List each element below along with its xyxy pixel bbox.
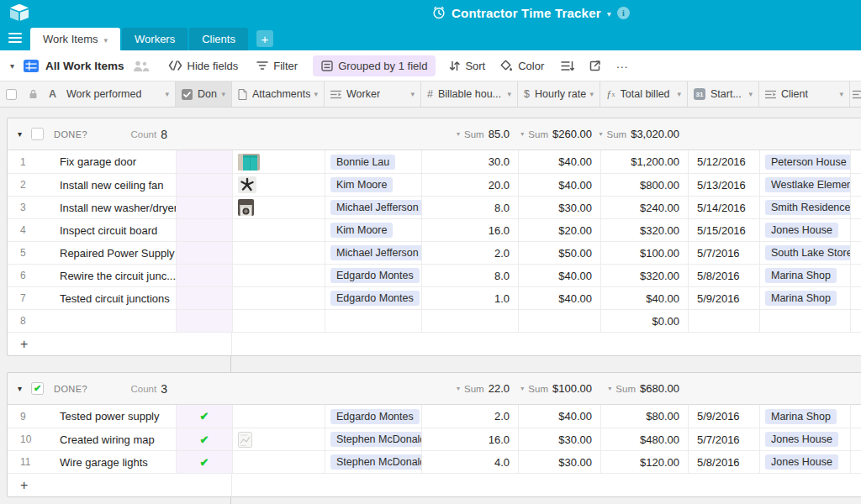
client-record-pill[interactable]: Westlake Elementary — [765, 177, 850, 192]
sum-menu-caret-icon[interactable]: ▾ — [520, 385, 524, 392]
row-number[interactable]: 10 — [8, 428, 41, 450]
cell-client[interactable]: Jones House — [759, 219, 850, 241]
cell-attachments[interactable] — [232, 451, 325, 473]
cell-worker[interactable]: Kim Moore — [325, 219, 421, 241]
cell-client[interactable]: South Lake Store — [759, 242, 850, 264]
cell-total-billed[interactable]: $0.00 — [600, 310, 688, 332]
sum-menu-caret-icon[interactable]: ▾ — [608, 385, 611, 392]
info-icon[interactable]: i — [617, 7, 630, 19]
cell-work-performed[interactable]: Tested circuit junctions — [41, 287, 176, 309]
chevron-down-icon[interactable]: ▾ — [104, 36, 108, 45]
base-title-caret-icon[interactable]: ▾ — [607, 9, 611, 18]
column-header-partial[interactable] — [849, 81, 861, 107]
sum-menu-caret-icon[interactable]: ▾ — [457, 130, 460, 138]
tab-workers[interactable]: Workers — [122, 28, 188, 50]
view-name[interactable]: All Work Items — [45, 60, 124, 72]
chevron-down-icon[interactable]: ▾ — [586, 90, 594, 98]
row-number[interactable]: 1 — [8, 150, 41, 173]
cell-work-performed[interactable]: Wire garage lights — [41, 451, 176, 473]
cell-client[interactable] — [759, 310, 850, 332]
add-record-row[interactable]: + — [8, 332, 861, 355]
cell-client[interactable]: Marina Shop — [759, 287, 850, 309]
row-number[interactable]: 9 — [8, 405, 41, 428]
cell-total-billed[interactable]: $40.00 — [600, 287, 688, 309]
cell-worker[interactable]: Michael Jefferson — [325, 197, 421, 218]
group-sum-billable-hours[interactable]: ▾Sum85.0 — [421, 118, 518, 150]
client-record-pill[interactable]: Peterson House — [765, 155, 850, 170]
worker-record-pill[interactable]: Edgardo Montes — [330, 268, 420, 283]
row-number[interactable]: 8 — [8, 310, 41, 332]
group-sum-billable-hours[interactable]: ▾Sum22.0 — [421, 373, 518, 404]
cell-total-billed[interactable]: $800.00 — [600, 174, 688, 196]
cell-hourly-rate[interactable]: $40.00 — [518, 150, 600, 173]
cell-start-date[interactable]: 5/14/2016 — [688, 197, 759, 218]
cell-client[interactable]: Marina Shop — [759, 405, 850, 428]
chevron-down-icon[interactable]: ▾ — [407, 90, 415, 98]
cell-attachments[interactable] — [232, 405, 325, 428]
garage-door-photo-thumbnail[interactable] — [238, 154, 260, 171]
cell-work-performed[interactable]: Inspect circuit board — [41, 219, 176, 241]
cell-done[interactable]: ✔ — [176, 405, 232, 428]
cell-worker[interactable]: Edgardo Montes — [325, 405, 421, 428]
cell-attachments[interactable] — [232, 197, 325, 218]
cell-hourly-rate[interactable]: $30.00 — [518, 451, 600, 473]
cell-attachments[interactable] — [232, 428, 325, 450]
cell-billable-hours[interactable]: 2.0 — [421, 242, 518, 264]
cell-total-billed[interactable]: $100.00 — [600, 242, 688, 264]
cell-done[interactable] — [176, 287, 232, 309]
cell-hourly-rate[interactable] — [518, 310, 600, 332]
cell-billable-hours[interactable] — [421, 310, 518, 332]
select-all-checkbox[interactable] — [6, 89, 17, 100]
cell-client[interactable]: Peterson House — [759, 150, 850, 173]
add-table-button[interactable]: + — [256, 30, 273, 47]
client-record-pill[interactable]: Marina Shop — [765, 268, 837, 283]
client-record-pill[interactable]: Marina Shop — [765, 291, 837, 306]
add-record-row[interactable]: + — [8, 473, 861, 496]
cell-worker[interactable]: Stephen McDonald — [325, 428, 421, 450]
worker-record-pill[interactable]: Edgardo Montes — [330, 409, 420, 424]
cell-total-billed[interactable]: $120.00 — [600, 451, 688, 473]
cell-start-date[interactable]: 5/15/2016 — [688, 219, 759, 241]
cell-attachments[interactable] — [232, 265, 325, 286]
cell-done[interactable] — [176, 174, 232, 196]
cell-billable-hours[interactable]: 20.0 — [421, 174, 518, 196]
chevron-down-icon[interactable]: ▾ — [504, 90, 511, 98]
client-record-pill[interactable]: Marina Shop — [765, 409, 837, 424]
cell-done[interactable] — [176, 197, 232, 218]
row-number[interactable]: 3 — [8, 197, 41, 218]
cell-start-date[interactable]: 5/9/2016 — [688, 405, 759, 428]
cell-worker[interactable]: Bonnie Lau — [325, 150, 421, 173]
cell-client[interactable]: Westlake Elementary — [759, 174, 850, 196]
cell-attachments[interactable] — [232, 310, 325, 332]
cell-hourly-rate[interactable]: $50.00 — [518, 242, 600, 264]
chevron-down-icon[interactable]: ▾ — [745, 90, 753, 98]
column-header-done[interactable]: Don... ▾ — [175, 81, 231, 107]
worker-record-pill[interactable]: Edgardo Montes — [330, 291, 420, 306]
chevron-down-icon[interactable]: ▾ — [218, 90, 225, 98]
sum-menu-caret-icon[interactable]: ▾ — [520, 130, 524, 138]
worker-record-pill[interactable]: Bonnie Lau — [330, 155, 395, 170]
washer-photo-thumbnail[interactable] — [238, 199, 254, 216]
cell-start-date[interactable] — [688, 310, 759, 332]
cell-total-billed[interactable]: $80.00 — [600, 405, 688, 428]
cell-work-performed[interactable]: Created wiring map — [41, 428, 176, 450]
row-number[interactable]: 6 — [8, 265, 41, 286]
sum-menu-caret-icon[interactable]: ▾ — [599, 130, 602, 138]
client-record-pill[interactable]: Jones House — [765, 454, 838, 470]
cell-client[interactable]: Jones House — [759, 428, 850, 450]
cell-attachments[interactable] — [232, 150, 325, 173]
cell-work-performed[interactable]: Fix garage door — [41, 150, 176, 173]
cell-hourly-rate[interactable]: $40.00 — [518, 265, 600, 286]
worker-record-pill[interactable]: Stephen McDonald — [330, 454, 421, 470]
cell-billable-hours[interactable]: 16.0 — [421, 219, 518, 241]
cell-worker[interactable]: Stephen McDonald — [325, 451, 421, 473]
more-options-button[interactable]: … — [615, 61, 630, 71]
cell-total-billed[interactable]: $320.00 — [600, 219, 688, 241]
group-button[interactable]: Grouped by 1 field — [313, 55, 436, 76]
cell-worker[interactable]: Michael Jefferson — [325, 242, 421, 264]
cell-attachments[interactable] — [232, 242, 325, 264]
cell-billable-hours[interactable]: 16.0 — [421, 428, 518, 450]
cell-start-date[interactable]: 5/8/2016 — [688, 265, 759, 286]
column-header-total-billed[interactable]: ƒx Total billed ▾ — [600, 81, 687, 107]
cell-work-performed[interactable]: Tested power supply — [41, 405, 176, 428]
